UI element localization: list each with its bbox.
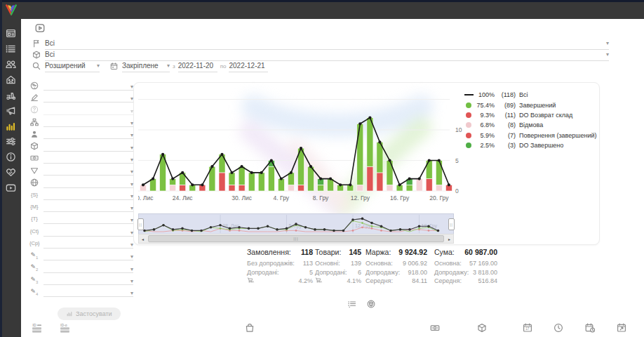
stat-title: Маржа: xyxy=(365,248,391,256)
custom-field-1-filter-select[interactable]: ▾ xyxy=(43,250,133,260)
custom-field-4-filter-select[interactable]: ▾ xyxy=(43,286,133,297)
funnel-filter-select[interactable]: ▾ xyxy=(43,165,133,176)
svg-text:16. Гру: 16. Гру xyxy=(390,194,410,201)
clock-icon[interactable] xyxy=(553,322,564,333)
orders-chart[interactable]: 051020. Лис24. Лис30. Лис4. Гру8. Гру12.… xyxy=(138,87,468,208)
utm-campaign-filter-icon: {Cp} xyxy=(29,240,39,246)
calendar-clock-icon[interactable] xyxy=(584,322,596,333)
id-list-o-icon[interactable]: ID-o xyxy=(60,322,71,333)
legend-count: (11) xyxy=(495,112,516,119)
date-to-input[interactable]: 2022-12-21 xyxy=(229,60,268,72)
sidebar-item-info[interactable] xyxy=(5,151,17,163)
utm-content-filter-row: {Ct}▾ xyxy=(29,225,133,237)
legend-item[interactable]: 100%(118)Всі xyxy=(464,90,596,100)
manager-filter-select[interactable]: ▾ xyxy=(43,128,133,139)
status-filter-row: Всі ▾ xyxy=(32,38,609,49)
legend-percent: 5.9% xyxy=(474,132,495,139)
box2-icon[interactable] xyxy=(476,322,488,333)
product-view-toggle-icon[interactable] xyxy=(366,299,376,309)
product-select[interactable]: Всі ▾ xyxy=(45,49,609,61)
website-filter-select[interactable]: ▾ xyxy=(43,178,133,188)
sidebar-item-settings[interactable] xyxy=(5,136,17,147)
sidebar-item-partners[interactable] xyxy=(5,166,17,178)
legend-item[interactable]: 5.9%(7)Повернення (завершений) xyxy=(464,131,596,140)
product-filter-icon xyxy=(29,141,39,151)
stat-row-label: Допродані: xyxy=(315,268,347,277)
navigator-right-handle[interactable]: || xyxy=(448,218,455,230)
utm-campaign-filter-select[interactable]: ▾ xyxy=(43,238,133,249)
status-select[interactable]: Всі ▾ xyxy=(45,38,609,50)
legend-item[interactable]: 75.4%(89)Завершений xyxy=(464,100,596,110)
search-mode-select[interactable]: Розширений ▾ xyxy=(45,60,100,72)
sidebar-item-orders[interactable] xyxy=(5,43,17,55)
sidebar-item-delivery[interactable] xyxy=(5,89,17,101)
chart-navigator[interactable]: 28. Лис5. Гру12. Гру19. Гру || || xyxy=(138,213,454,234)
calendar-date-icon[interactable]: 17 xyxy=(522,322,533,333)
manager-filter-icon xyxy=(29,129,39,139)
utm-term-filter-select[interactable]: ▾ xyxy=(43,213,133,224)
structure-filter-select[interactable]: ▾ xyxy=(43,117,133,127)
legend-label: DO Возврат склад xyxy=(519,112,572,119)
payment-filter-select[interactable]: ▾ xyxy=(43,153,133,164)
stat-row-label: Середня: xyxy=(434,277,462,286)
stat-title: Сума: xyxy=(434,248,455,256)
sidebar-item-dashboard[interactable] xyxy=(5,27,17,39)
status-filter-select[interactable]: ▾ xyxy=(43,92,133,103)
custom-field-2-filter-select[interactable]: ▾ xyxy=(43,263,133,273)
bag-icon[interactable] xyxy=(244,322,255,333)
date-pin-select[interactable]: Закріплене ▾ xyxy=(122,60,170,72)
legend-dot-icon xyxy=(466,112,471,118)
custom-field-4-filter-row: ✎4▾ xyxy=(29,286,133,298)
legend-item[interactable]: 2.5%(3)DO Завершено xyxy=(464,140,596,150)
stat-row-label: Без допродажів: xyxy=(247,259,295,268)
scrollbar-thumb[interactable]: ||| xyxy=(148,235,444,242)
country-filter-row: ▾ xyxy=(29,79,133,91)
video-help-button[interactable] xyxy=(33,22,47,34)
stat-column-orders: Замовлення:118Без допродажів:113Допродан… xyxy=(247,248,313,286)
scrollbar-track[interactable]: ||| xyxy=(147,234,445,243)
stat-value: 145 xyxy=(349,248,361,256)
id-list-icon[interactable]: ID xyxy=(32,322,43,333)
calendar-icon xyxy=(109,62,119,71)
apply-button[interactable]: Застосувати xyxy=(58,308,121,320)
date-from-input[interactable]: 2022-11-20 xyxy=(178,60,217,72)
sidebar-item-clients[interactable] xyxy=(5,58,17,70)
left-accent-strip xyxy=(0,0,2,337)
legend-dot-icon xyxy=(466,122,471,128)
stat-row-value: 6 xyxy=(358,268,361,277)
sidebar-item-warehouse[interactable] xyxy=(5,74,17,86)
stat-row-label: Основна: xyxy=(434,259,462,268)
sidebar-item-analytics[interactable] xyxy=(5,120,17,132)
sidebar-item-video-tutorials[interactable] xyxy=(5,182,17,194)
list-view-toggle-icon[interactable] xyxy=(347,299,357,309)
legend-count: (118) xyxy=(495,91,516,98)
utm-source-filter-select[interactable]: ▾ xyxy=(43,190,133,200)
legend-count: (89) xyxy=(495,102,516,109)
help-filter-select[interactable]: ▾ xyxy=(43,105,133,115)
navigator-left-handle[interactable]: || xyxy=(137,218,144,230)
utm-medium-filter-select[interactable]: ▾ xyxy=(43,201,133,212)
banknote2-icon[interactable] xyxy=(429,322,441,333)
custom-field-3-filter-select[interactable]: ▾ xyxy=(43,275,133,285)
stat-row-label: Основні: xyxy=(315,259,340,268)
utm-term-filter-icon: {T} xyxy=(29,216,39,222)
search-filter-row: Розширений ▾ Закріплене ▾ з 2022-11-20 п… xyxy=(32,60,609,72)
product-filter-select[interactable]: ▾ xyxy=(43,141,133,152)
utm-campaign-filter-row: {Cp}▾ xyxy=(29,237,133,249)
manager-filter-row: ▾ xyxy=(29,128,133,140)
legend-item[interactable]: 6.8%(8)Відмова xyxy=(464,120,596,130)
svg-text:ID: ID xyxy=(32,323,36,327)
calendar-export-icon[interactable] xyxy=(616,322,627,333)
legend-label: Всі xyxy=(519,91,528,98)
legend-item[interactable]: 9.3%(11)DO Возврат склад xyxy=(464,110,596,120)
custom-field-1-filter-row: ✎1▾ xyxy=(29,249,133,261)
analytics-dashboard: Всі ▾ Всі ▾ Розширений ▾ Закріплене ▾ з xyxy=(0,0,644,337)
scroll-right-arrow-icon[interactable]: ▸ xyxy=(445,234,453,243)
utm-content-filter-select[interactable]: ▾ xyxy=(43,226,133,237)
stat-value: 9 924.92 xyxy=(398,248,427,256)
scroll-left-arrow-icon[interactable]: ◂ xyxy=(139,234,147,243)
country-filter-select[interactable]: ▾ xyxy=(43,80,133,91)
sidebar-item-marketing[interactable] xyxy=(5,105,17,117)
svg-text:0: 0 xyxy=(455,187,459,194)
app-logo-icon[interactable] xyxy=(4,3,18,17)
